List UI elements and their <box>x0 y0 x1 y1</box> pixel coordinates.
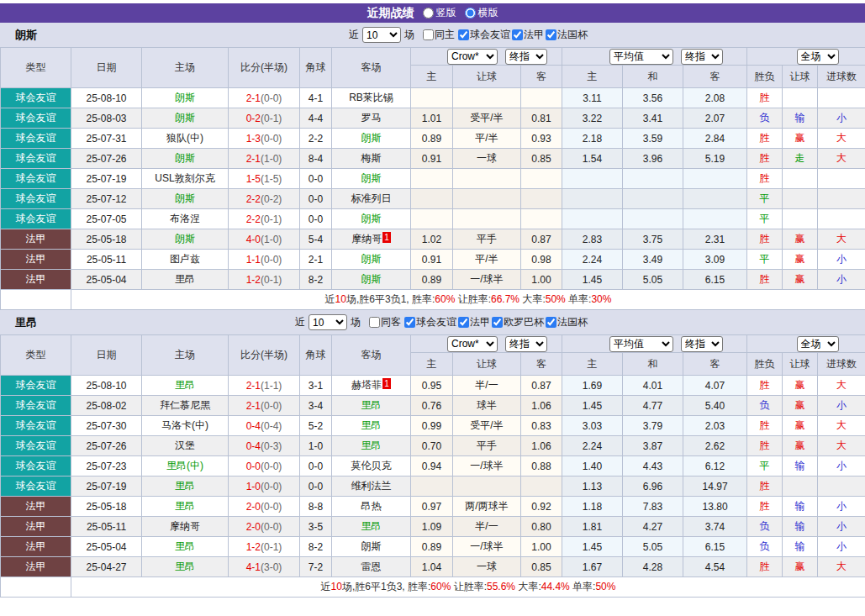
avg-draw-odds: 3.79 <box>623 416 683 436</box>
match-result: 胜 <box>747 169 783 189</box>
bookmaker-odds-group: Crow* 终指 <box>411 48 562 66</box>
league-checkbox[interactable] <box>404 317 415 328</box>
match-date: 25-07-26 <box>71 436 142 456</box>
match-type: 球会友谊 <box>1 88 71 108</box>
avg-draw-odds: 3.87 <box>623 436 683 456</box>
goals-result: 小 <box>818 517 865 537</box>
match-date: 25-08-10 <box>71 88 142 108</box>
home-team: 拜仁慕尼黑 <box>160 399 210 411</box>
crow-home-odds: 0.89 <box>411 270 453 290</box>
match-type: 球会友谊 <box>1 436 71 456</box>
match-result: 胜 <box>747 270 783 290</box>
home-team: 里昂 <box>175 480 195 492</box>
scope-select[interactable]: 全场 <box>797 336 839 352</box>
league-checkbox[interactable] <box>492 317 503 328</box>
home-team-cell: 里昂 <box>142 537 229 557</box>
home-team-cell: 马洛卡(中) <box>142 416 229 436</box>
recent-count-select[interactable]: 10 <box>362 27 401 43</box>
league-filter-option[interactable]: 欧罗巴杯 <box>492 315 544 329</box>
league-label: 法甲 <box>470 315 490 329</box>
crow-away-odds: 0.83 <box>521 416 562 436</box>
league-checkbox[interactable] <box>458 29 469 40</box>
league-filter-option[interactable]: 球会友谊 <box>458 28 510 42</box>
same-venue-option[interactable]: 同客 <box>369 315 401 329</box>
match-result: 负 <box>747 517 783 537</box>
sub-header-avg-away: 客 <box>683 66 747 88</box>
bookmaker-select[interactable]: Crow* <box>447 49 498 65</box>
final-odds-select[interactable]: 终指 <box>505 336 547 352</box>
summary-text: 近10场,胜6平3负1, 胜率:60% 让胜率:66.7% 大率:50% 单率:… <box>71 290 865 310</box>
sub-header-avg-away: 客 <box>683 353 747 376</box>
horizontal-layout-label: 横版 <box>478 6 498 20</box>
match-row: 球会友谊 25-07-19 里昂 1-0(0-0) 0-0 维利法兰 1.13 … <box>1 476 865 497</box>
crow-handicap: 半/一 <box>453 517 521 537</box>
league-filter-option[interactable]: 法国杯 <box>546 28 588 42</box>
league-filter-option[interactable]: 法甲 <box>458 315 490 329</box>
halftime-score: (0-2) <box>261 193 282 205</box>
handicap-result: 输 <box>783 456 818 476</box>
average-select[interactable]: 平均值 <box>609 49 673 65</box>
away-team: 里昂 <box>361 520 382 532</box>
league-checkbox[interactable] <box>546 29 556 40</box>
home-team: 里昂 <box>175 379 195 391</box>
avg-home-odds: 2.24 <box>562 436 623 456</box>
match-result: 平 <box>747 456 783 476</box>
corners: 8-8 <box>300 497 332 517</box>
away-team-cell: 里昂 <box>332 416 411 436</box>
corners: 0-0 <box>300 189 332 209</box>
crow-home-odds: 0.94 <box>411 456 453 476</box>
league-checkbox[interactable] <box>458 317 469 328</box>
league-checkbox[interactable] <box>512 29 523 40</box>
same-venue-checkbox[interactable] <box>423 29 434 40</box>
layout-horizontal-option[interactable]: 横版 <box>465 6 498 20</box>
final-odds-select-2[interactable]: 终指 <box>681 336 723 352</box>
goals-result <box>818 189 865 209</box>
away-team: 梅斯 <box>361 152 382 164</box>
crow-away-odds: 0.81 <box>521 108 562 129</box>
layout-vertical-option[interactable]: 竖版 <box>423 6 456 20</box>
match-date: 25-08-02 <box>71 396 142 416</box>
score-cell: 2-1(0-0) <box>229 396 300 416</box>
corners: 8-2 <box>300 537 332 557</box>
horizontal-layout-radio[interactable] <box>465 8 476 18</box>
goals-result: 大 <box>818 557 865 577</box>
same-venue-option[interactable]: 同主 <box>423 28 455 42</box>
crow-handicap: 一/球半 <box>453 537 521 557</box>
same-venue-checkbox[interactable] <box>369 317 380 328</box>
scope-select[interactable]: 全场 <box>797 49 839 65</box>
league-checkbox[interactable] <box>546 317 556 328</box>
average-select[interactable]: 平均值 <box>609 336 673 352</box>
vertical-layout-radio[interactable] <box>423 8 434 18</box>
match-row: 球会友谊 25-07-26 朗斯 2-1(1-0) 8-4 梅斯 0.91 一球… <box>1 149 865 169</box>
final-odds-select[interactable]: 终指 <box>505 49 547 65</box>
avg-away-odds: 2.31 <box>683 229 747 250</box>
same-venue-label: 同客 <box>381 315 401 329</box>
away-team-cell: 维利法兰 <box>332 476 411 497</box>
match-row: 法甲 25-05-11 图卢兹 1-1(0-0) 2-1 朗斯 0.91 平/半… <box>1 250 865 270</box>
home-team-cell: 里昂 <box>142 497 229 517</box>
crow-away-odds <box>521 476 562 497</box>
avg-home-odds: 2.24 <box>562 250 623 270</box>
home-team: 朗斯 <box>175 152 195 164</box>
home-team-cell: 汉堡 <box>142 436 229 456</box>
recent-count-select[interactable]: 10 <box>309 314 347 330</box>
fulltime-score: 1-5 <box>246 173 261 185</box>
halftime-score: (0-1) <box>261 213 282 225</box>
bookmaker-select[interactable]: Crow* <box>447 336 498 352</box>
league-filter-option[interactable]: 法国杯 <box>546 315 588 329</box>
halftime-score: (0-3) <box>261 440 282 452</box>
league-filter-option[interactable]: 法甲 <box>512 28 544 42</box>
avg-home-odds: 1.67 <box>562 557 623 577</box>
match-result: 胜 <box>747 476 783 497</box>
halftime-score: (1-5) <box>261 173 282 185</box>
halftime-score: (0-1) <box>261 541 282 553</box>
avg-away-odds: 5.40 <box>683 396 747 416</box>
final-odds-select-2[interactable]: 终指 <box>681 49 723 65</box>
avg-home-odds: 3.22 <box>562 108 623 129</box>
league-filter-option[interactable]: 球会友谊 <box>404 315 456 329</box>
home-team-cell: 朗斯 <box>142 88 229 108</box>
away-team: 里昂 <box>361 399 382 411</box>
result-scope-group: 全场 <box>747 48 865 66</box>
fulltime-score: 4-0 <box>246 234 261 245</box>
match-date: 25-04-27 <box>71 557 142 577</box>
